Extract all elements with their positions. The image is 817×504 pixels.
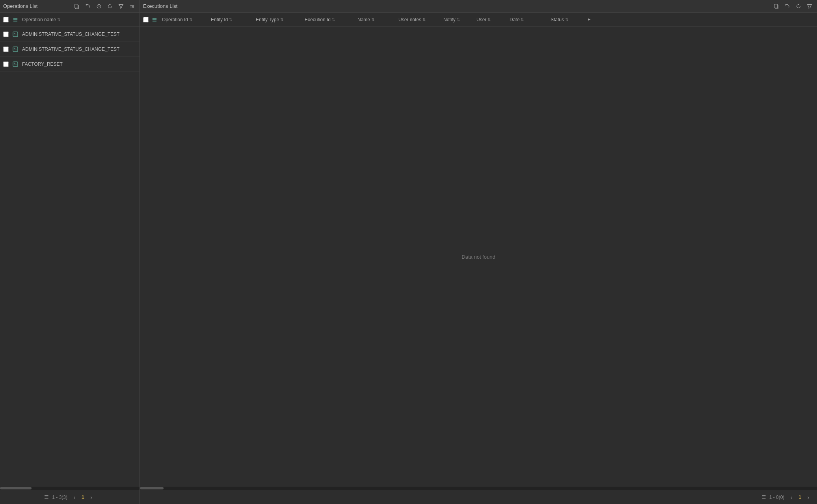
operation-id-col-header[interactable]: Operation Id ⇅ bbox=[162, 17, 209, 22]
operations-table-header: Operation name ⇅ bbox=[0, 13, 140, 27]
sort-icon: ⇅ bbox=[457, 17, 460, 22]
sort-icon: ⇅ bbox=[189, 17, 192, 22]
user-notes-col-header[interactable]: User notes ⇅ bbox=[398, 17, 442, 22]
svg-rect-21 bbox=[153, 18, 157, 19]
date-col-header[interactable]: Date ⇅ bbox=[510, 17, 549, 22]
user-col-header[interactable]: User ⇅ bbox=[476, 17, 508, 22]
row-icon-1 bbox=[11, 30, 20, 39]
operation-icon bbox=[12, 61, 19, 67]
svg-rect-1 bbox=[75, 4, 78, 8]
exec-copy-button[interactable] bbox=[772, 2, 781, 11]
flags-col-header[interactable]: F bbox=[588, 17, 607, 22]
left-scrollbar[interactable] bbox=[0, 487, 140, 490]
executions-panel-title: Executions List bbox=[143, 3, 770, 9]
operations-panel: Operations List bbox=[0, 0, 140, 487]
entity-id-col-header[interactable]: Entity Id ⇅ bbox=[211, 17, 254, 22]
sort-icon: ⇅ bbox=[280, 17, 283, 22]
undo-icon bbox=[85, 4, 91, 9]
right-pagination: ☰ 1 - 0(0) ‹ 1 › bbox=[140, 490, 817, 504]
executions-table-header: Operation Id ⇅ Entity Id ⇅ Entity Type ⇅… bbox=[140, 13, 817, 27]
operations-panel-header: Operations List bbox=[0, 0, 140, 13]
sort-icon: ⇅ bbox=[565, 17, 568, 22]
copy-button[interactable] bbox=[73, 2, 81, 11]
next-page-button-left[interactable]: › bbox=[87, 493, 95, 501]
refresh-icon bbox=[796, 4, 801, 9]
filter-icon bbox=[807, 4, 812, 9]
row-operation-name-1: ADMINISTRATIVE_STATUS_CHANGE_TEST bbox=[22, 32, 119, 37]
refresh-button[interactable] bbox=[106, 2, 114, 11]
list-icon-right: ☰ bbox=[761, 494, 766, 500]
rows-icon bbox=[13, 17, 18, 22]
settings-button[interactable] bbox=[128, 2, 136, 11]
scrollbars-row bbox=[0, 487, 817, 490]
sort-icon: ⇅ bbox=[229, 17, 232, 22]
sort-icon: ⇅ bbox=[332, 17, 335, 22]
row-operation-name-3: FACTORY_RESET bbox=[22, 61, 63, 67]
svg-rect-12 bbox=[14, 35, 17, 35]
exec-undo-button[interactable] bbox=[783, 2, 792, 11]
executions-panel: Executions List bbox=[140, 0, 817, 487]
list-icon: ☰ bbox=[44, 494, 49, 500]
svg-rect-17 bbox=[14, 63, 15, 64]
name-col-header[interactable]: Name ⇅ bbox=[357, 17, 397, 22]
copy-icon bbox=[74, 4, 80, 9]
row-icon-2 bbox=[11, 45, 20, 54]
svg-rect-23 bbox=[153, 20, 157, 21]
operation-icon bbox=[12, 46, 19, 52]
filter-button-left[interactable] bbox=[117, 2, 125, 11]
left-scroll-thumb bbox=[0, 487, 32, 489]
left-pagination: ☰ 1 - 3(3) ‹ 1 › bbox=[0, 490, 140, 504]
operation-name-col-header[interactable]: Operation name ⇅ bbox=[22, 17, 60, 22]
table-row[interactable]: ADMINISTRATIVE_STATUS_CHANGE_TEST bbox=[0, 42, 140, 57]
copy-icon bbox=[774, 4, 779, 9]
table-row[interactable]: ADMINISTRATIVE_STATUS_CHANGE_TEST bbox=[0, 27, 140, 42]
bulk-action-icon-right[interactable] bbox=[150, 15, 159, 24]
sort-icon: ⇅ bbox=[521, 17, 524, 22]
undo-icon bbox=[785, 4, 790, 9]
table-row[interactable]: FACTORY_RESET bbox=[0, 57, 140, 72]
current-page-left: 1 bbox=[82, 495, 84, 500]
operation-icon bbox=[12, 31, 19, 37]
operations-table-body: ADMINISTRATIVE_STATUS_CHANGE_TEST ADMINI… bbox=[0, 27, 140, 487]
notify-col-header[interactable]: Notify ⇅ bbox=[443, 17, 475, 22]
sort-icon: ⇅ bbox=[57, 17, 60, 22]
svg-rect-7 bbox=[13, 18, 18, 19]
svg-rect-11 bbox=[14, 33, 15, 34]
row-icon-3 bbox=[11, 60, 20, 69]
prev-page-button-left[interactable]: ‹ bbox=[71, 493, 78, 501]
next-page-button-right[interactable]: › bbox=[804, 493, 812, 501]
exec-refresh-button[interactable] bbox=[794, 2, 803, 11]
current-page-right: 1 bbox=[798, 495, 801, 500]
select-all-checkbox-right[interactable] bbox=[143, 17, 149, 22]
row-checkbox-2[interactable] bbox=[3, 46, 9, 52]
svg-rect-8 bbox=[13, 19, 18, 20]
row-checkbox-3[interactable] bbox=[3, 61, 9, 67]
svg-rect-13 bbox=[13, 47, 18, 52]
svg-rect-9 bbox=[13, 20, 18, 21]
pagination-row: ☰ 1 - 3(3) ‹ 1 › ☰ 1 - 0(0) ‹ 1 › bbox=[0, 490, 817, 504]
entity-type-col-header[interactable]: Entity Type ⇅ bbox=[256, 17, 303, 22]
right-scrollbar[interactable] bbox=[140, 487, 817, 490]
filter-icon bbox=[118, 4, 124, 9]
left-pagination-text: 1 - 3(3) bbox=[52, 495, 67, 500]
undo-button[interactable] bbox=[84, 2, 92, 11]
sort-icon: ⇅ bbox=[422, 17, 426, 22]
svg-rect-16 bbox=[13, 62, 18, 67]
execution-id-col-header[interactable]: Execution Id ⇅ bbox=[305, 17, 356, 22]
prev-page-button-right[interactable]: ‹ bbox=[787, 493, 795, 501]
gear-icon bbox=[129, 4, 135, 9]
svg-point-5 bbox=[130, 5, 132, 6]
select-all-checkbox-left[interactable] bbox=[3, 17, 9, 22]
row-checkbox-1[interactable] bbox=[3, 32, 9, 37]
data-not-found-message: Data not found bbox=[462, 254, 495, 260]
operations-panel-title: Operations List bbox=[3, 3, 70, 9]
refresh-icon bbox=[107, 4, 113, 9]
svg-rect-14 bbox=[14, 48, 15, 49]
exec-filter-button[interactable] bbox=[805, 2, 814, 11]
history-icon bbox=[96, 4, 102, 9]
history-button[interactable] bbox=[95, 2, 103, 11]
sort-icon: ⇅ bbox=[371, 17, 374, 22]
bulk-action-icon-left[interactable] bbox=[11, 15, 20, 24]
status-col-header[interactable]: Status ⇅ bbox=[551, 17, 586, 22]
row-operation-name-2: ADMINISTRATIVE_STATUS_CHANGE_TEST bbox=[22, 46, 119, 52]
